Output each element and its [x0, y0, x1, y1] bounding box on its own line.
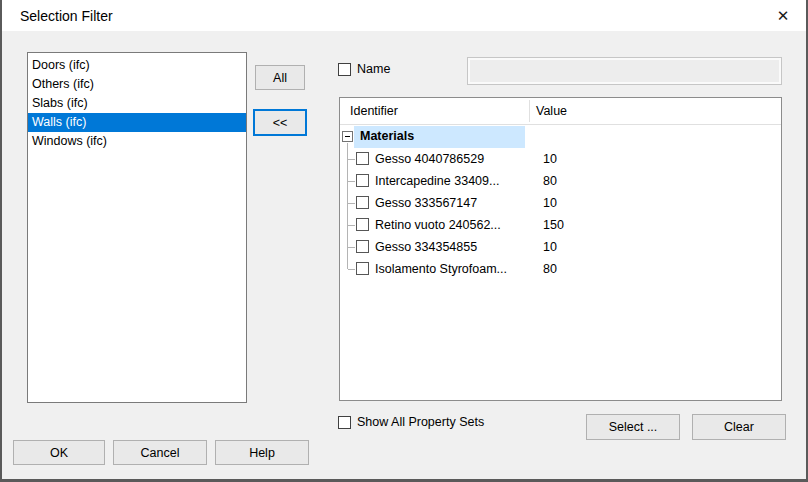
tree-line: [348, 269, 355, 270]
list-item-windows-ifc[interactable]: Windows (ifc): [28, 132, 246, 151]
tree-line: [348, 181, 355, 182]
all-button-label: All: [273, 71, 287, 85]
clear-button-label: Clear: [724, 420, 754, 434]
select-button-label: Select ...: [609, 420, 658, 434]
move-left-button[interactable]: <<: [253, 109, 307, 136]
move-left-button-label: <<: [273, 116, 288, 130]
name-input[interactable]: [467, 57, 782, 85]
select-button[interactable]: Select ...: [586, 414, 680, 440]
row-value: 10: [543, 196, 557, 210]
tree-row[interactable]: Retino vuoto 240562... 150: [340, 214, 781, 236]
row-identifier: Intercapedine 33409...: [375, 174, 499, 188]
close-icon: ✕: [777, 7, 790, 25]
collapse-minus-icon[interactable]: [342, 131, 353, 142]
list-item-label: Walls (ifc): [32, 115, 86, 129]
cancel-button-label: Cancel: [141, 446, 180, 460]
help-button-label: Help: [249, 446, 275, 460]
row-checkbox[interactable]: [356, 240, 369, 253]
row-checkbox[interactable]: [356, 152, 369, 165]
list-item-label: Doors (ifc): [32, 58, 90, 72]
row-identifier: Isolamento Styrofoam...: [375, 262, 507, 276]
tree-line: [348, 225, 355, 226]
row-identifier: Retino vuoto 240562...: [375, 218, 501, 232]
list-item-label: Windows (ifc): [32, 134, 107, 148]
list-item-label: Slabs (ifc): [32, 96, 88, 110]
tree-line: [347, 258, 348, 269]
category-listbox[interactable]: Doors (ifc)Others (ifc)Slabs (ifc)Walls …: [27, 52, 247, 403]
column-header-identifier[interactable]: Identifier: [350, 104, 398, 118]
name-checkbox[interactable]: [338, 63, 351, 76]
clear-button[interactable]: Clear: [692, 414, 786, 440]
row-identifier: Gesso 4040786529: [375, 152, 484, 166]
row-value: 80: [543, 262, 557, 276]
row-identifier: Gesso 334354855: [375, 240, 477, 254]
row-value: 150: [543, 218, 564, 232]
tree-row[interactable]: Gesso 334354855 10: [340, 236, 781, 258]
list-item-walls-ifc[interactable]: Walls (ifc): [28, 113, 246, 132]
list-item-others-ifc[interactable]: Others (ifc): [28, 75, 246, 94]
row-identifier: Gesso 333567147: [375, 196, 477, 210]
row-value: 10: [543, 240, 557, 254]
list-item-slabs-ifc[interactable]: Slabs (ifc): [28, 94, 246, 113]
tree-body: Materials Gesso 4040786529 10 Intercaped…: [340, 126, 781, 400]
tree-line: [348, 159, 355, 160]
tree-root-row[interactable]: Materials: [340, 126, 781, 148]
row-checkbox[interactable]: [356, 174, 369, 187]
name-checkbox-label: Name: [357, 62, 390, 76]
selection-filter-dialog: Selection Filter ✕ Doors (ifc)Others (if…: [0, 0, 808, 482]
row-checkbox[interactable]: [356, 262, 369, 275]
tree-root-label: Materials: [360, 129, 414, 143]
dialog-title: Selection Filter: [20, 8, 113, 24]
cancel-button[interactable]: Cancel: [113, 440, 207, 465]
ok-button[interactable]: OK: [13, 440, 105, 465]
ok-button-label: OK: [50, 446, 68, 460]
close-button[interactable]: ✕: [760, 0, 806, 31]
row-checkbox[interactable]: [356, 196, 369, 209]
all-button[interactable]: All: [255, 65, 305, 90]
show-all-property-sets-label: Show All Property Sets: [357, 415, 484, 429]
row-value: 10: [543, 152, 557, 166]
tree-line: [348, 203, 355, 204]
property-tree-panel[interactable]: Identifier Value Materials Gesso 4040786…: [339, 97, 782, 401]
list-item-doors-ifc[interactable]: Doors (ifc): [28, 56, 246, 75]
row-value: 80: [543, 174, 557, 188]
tree-row[interactable]: Gesso 4040786529 10: [340, 148, 781, 170]
tree-line: [348, 247, 355, 248]
column-header-value[interactable]: Value: [536, 104, 567, 118]
title-bar: Selection Filter ✕: [2, 0, 806, 31]
help-button[interactable]: Help: [215, 440, 309, 465]
row-checkbox[interactable]: [356, 218, 369, 231]
column-divider: [529, 100, 530, 122]
tree-row[interactable]: Isolamento Styrofoam... 80: [340, 258, 781, 280]
tree-row[interactable]: Gesso 333567147 10: [340, 192, 781, 214]
show-all-property-sets-checkbox[interactable]: [338, 416, 351, 429]
list-item-label: Others (ifc): [32, 77, 94, 91]
tree-row[interactable]: Intercapedine 33409... 80: [340, 170, 781, 192]
tree-header: Identifier Value: [340, 98, 781, 125]
